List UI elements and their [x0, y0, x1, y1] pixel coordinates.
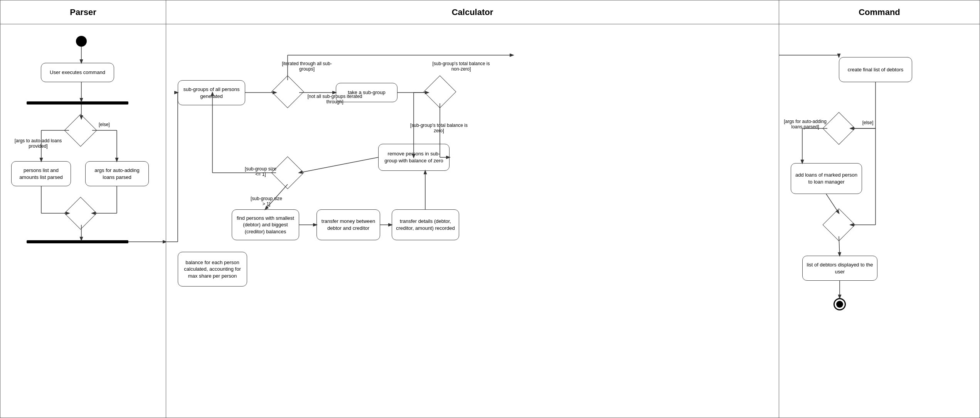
content-row: User executes command [else] persons lis…: [0, 24, 980, 418]
svg-line-27: [265, 184, 288, 209]
command-title: Command: [859, 7, 900, 17]
header-row: Parser Calculator Command: [0, 0, 980, 24]
header-command: Command: [779, 0, 980, 24]
diagram-container: Parser Calculator Command User executes …: [0, 0, 980, 418]
command-panel: create final list of debtors [args for a…: [779, 24, 980, 418]
calculator-title: Calculator: [452, 7, 493, 17]
svg-line-24: [299, 157, 378, 173]
header-calculator: Calculator: [166, 0, 779, 24]
calculator-arrows: [166, 24, 779, 418]
parser-arrows: [0, 24, 166, 418]
parser-title: Parser: [70, 7, 96, 17]
svg-line-43: [839, 236, 840, 256]
calculator-panel: sub-groups of all persons generated take…: [166, 24, 779, 418]
command-arrows: [779, 24, 980, 418]
parser-panel: User executes command [else] persons lis…: [0, 24, 166, 418]
header-parser: Parser: [0, 0, 166, 24]
svg-line-42: [826, 194, 839, 213]
